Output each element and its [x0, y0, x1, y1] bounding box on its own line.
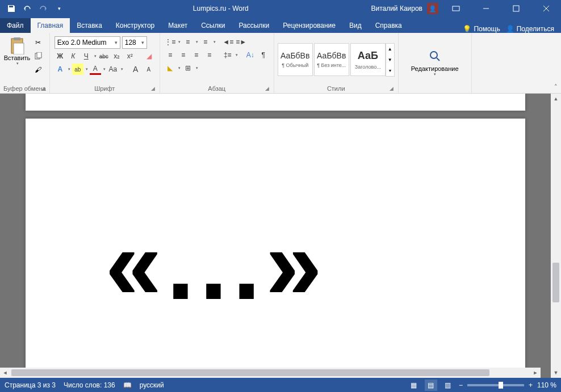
align-right-button[interactable]: ≡ — [191, 49, 202, 61]
document-page-prev — [26, 94, 525, 111]
style-heading1[interactable]: АаБЗаголово... — [350, 43, 386, 76]
change-case-button[interactable]: Aa — [107, 64, 119, 75]
sort-button[interactable]: A↓ — [245, 49, 256, 61]
group-label-clipboard: Буфер обмена — [3, 85, 46, 92]
cut-button[interactable]: ✂ — [32, 36, 44, 49]
collapse-ribbon-icon[interactable]: ˄ — [554, 83, 558, 91]
close-button[interactable] — [533, 0, 559, 17]
save-icon[interactable] — [5, 2, 18, 15]
user-avatar-icon[interactable]: 👤 — [427, 3, 438, 14]
numbering-button[interactable]: ≡ — [182, 36, 194, 48]
font-name-combo[interactable]: Exo 2.0 Medium▾ — [55, 36, 120, 49]
clipboard-launcher-icon[interactable]: ◢ — [41, 86, 45, 91]
tab-design[interactable]: Конструктор — [109, 18, 161, 33]
svg-rect-9 — [37, 52, 41, 58]
tab-references[interactable]: Ссылки — [194, 18, 232, 33]
lightbulb-icon: 💡 — [463, 25, 471, 33]
hscroll-right-icon[interactable]: ► — [530, 368, 541, 378]
svg-rect-2 — [513, 6, 519, 11]
tab-insert[interactable]: Вставка — [70, 18, 109, 33]
status-spellcheck-icon[interactable]: 📖 — [123, 381, 132, 389]
tab-view[interactable]: Вид — [342, 18, 369, 33]
underline-button[interactable]: Ч — [81, 50, 92, 62]
borders-button[interactable]: ⊞ — [182, 62, 194, 74]
text-effects-button[interactable]: A — [55, 64, 66, 75]
zoom-level[interactable]: 110 % — [537, 381, 556, 389]
strike-button[interactable]: abc — [98, 50, 110, 62]
clear-format-button[interactable]: ◢ — [144, 50, 155, 62]
styles-launcher-icon[interactable]: ◢ — [390, 86, 393, 91]
document-text[interactable]: «...» — [105, 205, 326, 322]
tab-help[interactable]: Справка — [369, 18, 409, 33]
undo-button[interactable] — [20, 2, 34, 15]
zoom-out-button[interactable]: − — [459, 381, 463, 389]
web-layout-icon[interactable]: ▥ — [442, 380, 454, 391]
gallery-down-icon[interactable]: ▼ — [386, 54, 394, 65]
vscroll-thumb[interactable] — [552, 263, 559, 302]
bold-button[interactable]: Ж — [55, 50, 66, 62]
vscroll-up-icon[interactable]: ▲ — [551, 94, 561, 104]
shading-button[interactable]: ◣ — [165, 62, 176, 74]
hscroll-thumb[interactable] — [11, 369, 489, 376]
zoom-slider[interactable] — [467, 384, 524, 386]
status-page[interactable]: Страница 3 из 3 — [5, 381, 56, 389]
vscroll-track[interactable] — [551, 104, 561, 368]
chevron-down-icon: ▾ — [115, 40, 118, 45]
print-layout-icon[interactable]: ▤ — [425, 380, 437, 391]
zoom-thumb[interactable] — [499, 382, 503, 389]
subscript-button[interactable]: x₂ — [111, 50, 123, 62]
paint-bucket-icon: ◣ — [168, 64, 173, 72]
multilevel-button[interactable]: ≡ — [200, 36, 211, 48]
window-title: Lumpics.ru - Word — [70, 5, 371, 12]
tell-me-button[interactable]: 💡Помощь — [463, 25, 500, 33]
qat-customize-icon[interactable]: ▾ — [52, 2, 66, 15]
paste-button[interactable]: Вставить ▾ — [3, 35, 31, 84]
redo-button[interactable] — [36, 2, 50, 15]
status-language[interactable]: русский — [140, 381, 164, 389]
zoom-in-button[interactable]: + — [529, 381, 533, 389]
style-normal[interactable]: АаБбВв¶ Обычный — [278, 43, 313, 76]
align-center-button[interactable]: ≡ — [178, 49, 189, 61]
gallery-more-icon[interactable]: ▾ — [386, 65, 394, 76]
tab-file[interactable]: Файл — [0, 18, 31, 33]
italic-button[interactable]: К — [68, 50, 79, 62]
hscroll-track[interactable] — [10, 368, 530, 378]
grow-font-button[interactable]: A — [130, 64, 141, 75]
vscroll-down-icon[interactable]: ▼ — [551, 368, 561, 378]
superscript-button[interactable]: x² — [124, 50, 136, 62]
editing-button[interactable]: Редактирование ▾ — [409, 47, 461, 79]
document-page[interactable]: «...» — [26, 119, 525, 378]
svg-rect-7 — [14, 43, 24, 54]
multilevel-icon: ≡ — [203, 38, 207, 46]
paragraph-launcher-icon[interactable]: ◢ — [265, 86, 269, 91]
tab-mailings[interactable]: Рассылки — [232, 18, 276, 33]
minimize-button[interactable] — [473, 0, 499, 17]
show-marks-button[interactable]: ¶ — [258, 49, 269, 61]
format-painter-button[interactable]: 🖌 — [32, 64, 44, 76]
user-name[interactable]: Виталий Каиров — [371, 5, 422, 12]
gallery-up-icon[interactable]: ▲ — [386, 44, 394, 54]
tab-review[interactable]: Рецензирование — [276, 18, 342, 33]
line-spacing-button[interactable]: ‡≡ — [222, 49, 233, 61]
hscroll-left-icon[interactable]: ◄ — [0, 368, 10, 378]
ribbon-display-icon[interactable] — [443, 0, 468, 17]
tab-layout[interactable]: Макет — [161, 18, 194, 33]
copy-button[interactable] — [32, 50, 44, 62]
tab-home[interactable]: Главная — [31, 18, 70, 33]
maximize-button[interactable] — [503, 0, 529, 17]
style-no-spacing[interactable]: АаБбВв¶ Без инте... — [314, 43, 349, 76]
outdent-icon: ◄≡ — [223, 38, 233, 46]
highlight-button[interactable]: ab — [72, 64, 83, 75]
font-launcher-icon[interactable]: ◢ — [151, 86, 155, 91]
bullets-button[interactable]: ⋮≡ — [165, 36, 176, 48]
align-left-button[interactable]: ≡ — [165, 49, 176, 61]
status-words[interactable]: Число слов: 136 — [64, 381, 115, 389]
read-mode-icon[interactable]: ▦ — [408, 380, 420, 391]
increase-indent-button[interactable]: ≡► — [236, 36, 247, 48]
shrink-font-button[interactable]: A — [143, 64, 154, 75]
decrease-indent-button[interactable]: ◄≡ — [223, 36, 234, 48]
font-size-combo[interactable]: 128▾ — [122, 36, 147, 49]
share-button[interactable]: 👤Поделиться — [506, 25, 554, 33]
font-color-button[interactable]: A — [90, 64, 101, 75]
justify-button[interactable]: ≡ — [204, 49, 215, 61]
